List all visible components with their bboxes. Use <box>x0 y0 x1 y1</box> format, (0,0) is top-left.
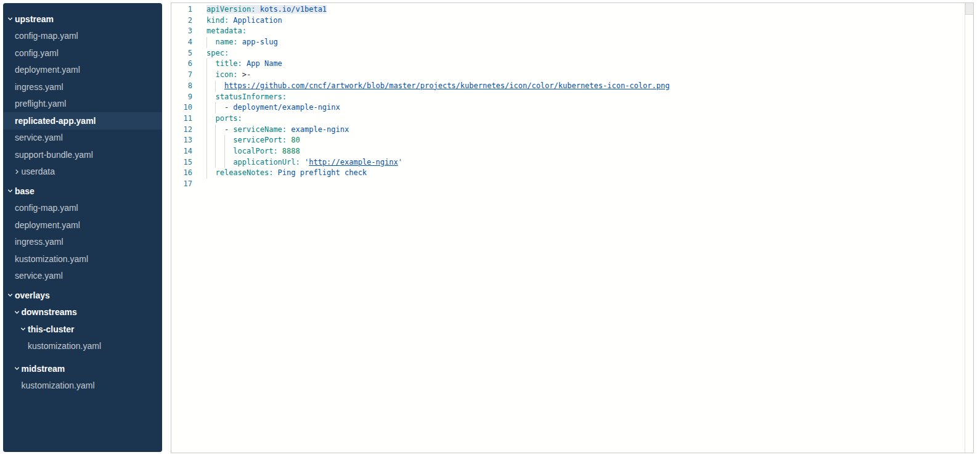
code-token: - <box>224 125 233 134</box>
code-token: localPort: <box>233 147 277 155</box>
chevron-down-icon[interactable] <box>14 310 22 315</box>
tree-item-upstream[interactable]: upstream <box>3 10 162 28</box>
code-line[interactable]: 13 servicePort: 80 <box>171 135 973 146</box>
line-number: 11 <box>171 113 192 125</box>
code-line[interactable]: 8 https://github.com/cncf/artwork/blob/m… <box>171 81 973 92</box>
file-label: deployment.yaml <box>15 220 80 230</box>
file-label: support-bundle.yaml <box>15 150 93 160</box>
code-line[interactable]: 12 - serviceName: example-nginx <box>171 125 973 136</box>
tree-item-ingress-yaml[interactable]: ingress.yaml <box>3 234 162 251</box>
folder-label: downstreams <box>22 307 77 317</box>
chevron-down-icon[interactable] <box>7 16 15 22</box>
line-number: 15 <box>171 157 192 168</box>
code-line[interactable]: 2kind: Application <box>171 15 973 27</box>
tree-item-overlays[interactable]: overlays <box>3 287 162 304</box>
code-token: example-nginx <box>287 125 349 134</box>
code-token <box>206 136 233 144</box>
code-token: Application <box>229 16 282 25</box>
line-number: 5 <box>171 48 192 59</box>
code-token <box>206 59 215 68</box>
code-line[interactable]: 15 applicationUrl: 'http://example-nginx… <box>171 157 973 168</box>
file-label: service.yaml <box>15 271 63 281</box>
tree-item-config-map-yaml[interactable]: config-map.yaml <box>3 200 162 217</box>
code-line[interactable]: 9 statusInformers: <box>171 92 973 103</box>
tree-item-service-yaml[interactable]: service.yaml <box>3 129 162 147</box>
tree-item-kustomization-yaml[interactable]: kustomization.yaml <box>3 377 162 395</box>
code-line[interactable]: 11 ports: <box>171 113 973 125</box>
file-label: kustomization.yaml <box>22 380 95 390</box>
code-token: statusInformers: <box>215 92 287 101</box>
file-tree-sidebar: upstreamconfig-map.yamlconfig.yamldeploy… <box>3 3 162 452</box>
code-token: icon: <box>215 70 237 79</box>
folder-label: overlays <box>15 290 50 300</box>
file-label: replicated-app.yaml <box>15 116 96 126</box>
code-token: metadata: <box>206 27 247 35</box>
code-token <box>206 158 233 166</box>
code-content[interactable]: 1apiVersion: kots.io/v1beta12kind: Appli… <box>171 3 973 190</box>
tree-item-kustomization-yaml[interactable]: kustomization.yaml <box>3 250 162 268</box>
code-token: title: <box>215 59 242 68</box>
code-line[interactable]: 1apiVersion: kots.io/v1beta1 <box>171 4 973 15</box>
chevron-down-icon[interactable] <box>20 326 28 332</box>
code-line[interactable]: 4 name: app-slug <box>171 37 973 48</box>
code-token: app-slug <box>238 38 278 46</box>
tree-item-replicated-app-yaml[interactable]: replicated-app.yaml <box>3 112 162 129</box>
code-token: name: <box>215 38 237 46</box>
folder-label: midstream <box>22 364 65 374</box>
file-label: kustomization.yaml <box>28 341 101 351</box>
scrollbar-selection-marker[interactable] <box>965 3 973 15</box>
code-token <box>206 114 215 123</box>
chevron-down-icon[interactable] <box>7 292 15 298</box>
code-line[interactable]: 10 - deployment/example-nginx <box>171 102 973 113</box>
selected-text: apiVersion: kots.io/v1beta1 <box>206 5 327 14</box>
chevron-right-icon[interactable] <box>14 169 22 175</box>
tree-item-ingress-yaml[interactable]: ingress.yaml <box>3 78 162 96</box>
chevron-down-icon[interactable] <box>7 188 15 194</box>
tree-item-kustomization-yaml[interactable]: kustomization.yaml <box>3 338 162 355</box>
tree-item-userdata[interactable]: userdata <box>3 163 162 181</box>
code-line[interactable]: 16 releaseNotes: Ping preflight check <box>171 168 973 179</box>
tree-item-deployment-yaml[interactable]: deployment.yaml <box>3 62 162 79</box>
tree-item-service-yaml[interactable]: service.yaml <box>3 268 162 285</box>
url-link[interactable]: http://example-nginx <box>309 158 398 166</box>
code-line[interactable]: 3metadata: <box>171 26 973 37</box>
url-link[interactable]: https://github.com/cncf/artwork/blob/mas… <box>224 81 669 90</box>
tree-item-support-bundle-yaml[interactable]: support-bundle.yaml <box>3 146 162 163</box>
tree-item-deployment-yaml[interactable]: deployment.yaml <box>3 216 162 234</box>
code-token: 80 <box>287 136 300 144</box>
code-token: kind: <box>206 16 229 25</box>
tree-item-config-yaml[interactable]: config.yaml <box>3 44 162 62</box>
code-token: servicePort: <box>233 136 287 144</box>
folder-label: base <box>15 186 35 196</box>
code-line[interactable]: 5spec: <box>171 48 973 59</box>
code-line[interactable]: 7 icon: >- <box>171 70 973 81</box>
tree-item-this-cluster[interactable]: this-cluster <box>3 321 162 338</box>
line-number: 4 <box>171 37 192 48</box>
tree-item-midstream[interactable]: midstream <box>3 360 162 377</box>
tree-item-downstreams[interactable]: downstreams <box>3 304 162 321</box>
line-number: 14 <box>171 146 192 157</box>
chevron-down-icon[interactable] <box>14 366 22 371</box>
tree-item-config-map-yaml[interactable]: config-map.yaml <box>3 28 162 45</box>
line-number: 10 <box>171 102 192 113</box>
line-number: 8 <box>171 81 192 92</box>
code-token: ' <box>398 158 402 166</box>
scrollbar-separator <box>965 3 965 453</box>
line-number: 17 <box>171 179 192 190</box>
line-number: 13 <box>171 135 192 146</box>
code-line[interactable]: 17 <box>171 179 973 190</box>
tree-item-base[interactable]: base <box>3 183 162 200</box>
code-line[interactable]: 14 localPort: 8888 <box>171 146 973 157</box>
code-token: serviceName: <box>233 125 287 134</box>
folder-label: upstream <box>15 14 54 24</box>
code-token: >- <box>238 70 251 79</box>
line-number: 1 <box>171 4 192 15</box>
code-token: Ping preflight check <box>273 168 367 177</box>
code-token <box>206 147 233 155</box>
tree-item-preflight-yaml[interactable]: preflight.yaml <box>3 96 162 113</box>
line-number: 9 <box>171 92 192 103</box>
code-token <box>206 92 215 101</box>
code-line[interactable]: 6 title: App Name <box>171 59 973 70</box>
file-label: config-map.yaml <box>15 31 78 41</box>
yaml-editor[interactable]: 1apiVersion: kots.io/v1beta12kind: Appli… <box>171 2 974 453</box>
